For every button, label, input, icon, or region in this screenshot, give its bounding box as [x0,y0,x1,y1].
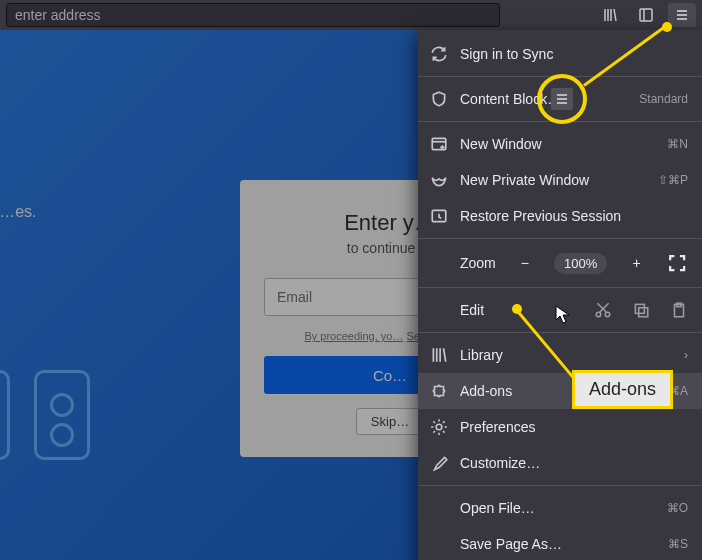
menu-edit-row: Edit [418,292,702,328]
copy-icon[interactable] [632,301,650,319]
svg-rect-12 [635,304,644,313]
menu-new-window[interactable]: New Window ⌘N [418,126,702,162]
url-placeholder: enter address [15,7,101,23]
edit-label: Edit [460,302,574,318]
page-blurb: …asswords and …es. [0,201,180,223]
gear-icon [430,418,448,436]
menu-label: Add-ons [460,383,646,399]
svg-point-16 [436,424,442,430]
restore-icon [430,207,448,225]
svg-point-11 [605,312,610,317]
library-icon [430,346,448,364]
zoom-in-button[interactable]: + [625,251,647,275]
fullscreen-icon[interactable] [666,251,688,275]
menu-accel: ⌘S [668,537,688,551]
annotation-hamburger-icon [551,88,573,110]
menu-zoom-row: Zoom − 100% + [418,243,702,283]
menu-label: New Private Window [460,172,646,188]
sidebar-icon[interactable] [632,3,660,27]
skip-button[interactable]: Skip… [356,408,424,435]
menu-label: Customize… [460,455,688,471]
menu-label: Open File… [460,500,655,516]
menu-accel: ⌘O [667,501,688,515]
library-icon[interactable] [596,3,624,27]
mask-icon [430,171,448,189]
cut-icon[interactable] [594,301,612,319]
menu-accel: ⌘N [667,137,688,151]
menu-label: Preferences [460,419,688,435]
zoom-value[interactable]: 100% [554,253,607,274]
menu-label: New Window [460,136,655,152]
paste-icon[interactable] [670,301,688,319]
menu-library[interactable]: Library › [418,337,702,373]
decorative-illustration [0,370,90,460]
menu-sign-in[interactable]: Sign in to Sync [418,36,702,72]
chevron-right-icon: › [684,348,688,362]
menu-customize[interactable]: Customize… [418,445,702,481]
zoom-out-button[interactable]: − [514,251,536,275]
page-heading: … You [0,150,180,189]
window-icon [430,135,448,153]
svg-rect-13 [639,308,648,317]
menu-label: Library [460,347,672,363]
hamburger-menu-icon[interactable] [668,3,696,27]
content-blocking-state: Standard [639,92,688,106]
sync-icon [430,45,448,63]
page-hero: … You …asswords and …es. [0,150,180,223]
toolbar: enter address [0,0,702,30]
svg-point-10 [596,312,601,317]
puzzle-icon [430,382,448,400]
menu-open-file[interactable]: Open File… ⌘O [418,490,702,526]
menu-accel: ⇧⌘P [658,173,688,187]
menu-accel: ⇧⌘A [658,384,688,398]
paintbrush-icon [430,454,448,472]
menu-label: Save Page As… [460,536,656,552]
url-bar[interactable]: enter address [6,3,500,27]
zoom-label: Zoom [460,255,496,271]
svg-rect-0 [640,9,652,21]
menu-private-window[interactable]: New Private Window ⇧⌘P [418,162,702,198]
menu-save-page[interactable]: Save Page As… ⌘S [418,526,702,560]
menu-label: Content Block… [460,91,627,107]
menu-restore-session[interactable]: Restore Previous Session [418,198,702,234]
menu-addons[interactable]: Add-ons ⇧⌘A [418,373,702,409]
menu-preferences[interactable]: Preferences [418,409,702,445]
shield-icon [430,90,448,108]
menu-label: Restore Previous Session [460,208,688,224]
menu-label: Sign in to Sync [460,46,688,62]
